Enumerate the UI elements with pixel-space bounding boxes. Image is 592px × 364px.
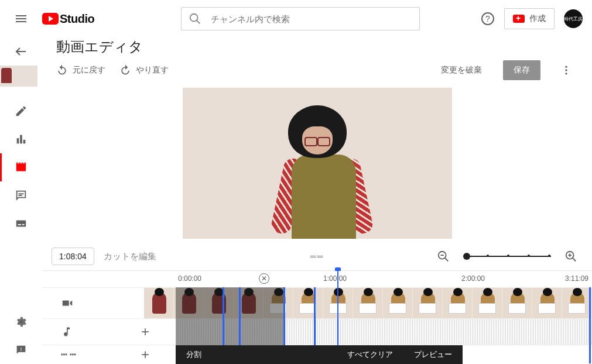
zoom-slider[interactable] [463,256,551,257]
account-avatar[interactable]: 時代工房 [564,9,583,28]
search-box[interactable] [181,7,420,30]
effects-track-header: ┅┅ [42,345,176,363]
add-effect-icon[interactable] [139,349,151,360]
avatar-text: 時代工房 [564,16,583,22]
clear-all-button[interactable]: すべてクリア [337,349,403,360]
studio-logo[interactable]: Studio [42,12,94,26]
undo-label: 元に戻す [73,65,105,75]
svg-rect-9 [19,163,20,164]
discard-button[interactable]: 変更を破棄 [434,60,489,80]
svg-rect-5 [20,135,22,144]
undo-button[interactable]: 元に戻す [56,64,105,76]
brand-text: Studio [60,12,94,26]
zoom-out-icon [437,250,450,263]
svg-rect-7 [16,164,26,171]
zoom-out-button[interactable] [432,245,455,268]
menu-icon [14,12,28,26]
ruler-tick-1h: 1:00:00 [323,274,347,283]
timeline-controls: 1:08:04 カットを編集 ══ [42,242,592,270]
gear-icon [15,315,28,328]
back-arrow-icon [14,44,28,59]
cut-action-bar: 分割 すべてクリア プレビュー [176,345,463,364]
nav-editor[interactable] [0,153,42,181]
svg-rect-4 [17,138,19,143]
nav-subtitles[interactable] [0,210,42,238]
topbar: Studio ? 作成 時代工房 [0,0,592,37]
pencil-icon [15,105,28,118]
svg-rect-8 [16,163,18,164]
clear-cut-button[interactable]: ✕ [259,273,269,284]
svg-rect-10 [22,163,23,164]
svg-rect-11 [25,163,26,164]
svg-point-20 [565,69,567,71]
more-vertical-icon [560,64,572,76]
edit-cut-label[interactable]: カットを編集 [104,251,156,262]
svg-rect-6 [23,140,26,143]
svg-line-1 [197,20,200,24]
create-label: 作成 [529,13,546,24]
search-input[interactable] [211,14,412,24]
time-position-input[interactable]: 1:08:04 [52,248,94,265]
svg-text:?: ? [485,14,490,23]
add-audio-icon[interactable] [139,326,151,338]
help-icon: ? [481,12,495,26]
page-title: 動画エディタ [56,37,578,56]
svg-rect-29 [63,300,69,305]
nav-settings[interactable] [0,308,42,336]
trim-handle-end[interactable] [589,287,591,363]
svg-rect-15 [18,224,22,225]
video-track [42,287,592,318]
split-button[interactable]: 分割 [176,349,212,360]
ruler-tick-start: 0:00:00 [178,274,201,283]
video-track-header [42,288,144,318]
ruler-tick-end: 3:11:09 [565,274,588,283]
more-options-button[interactable] [555,59,578,82]
nav-analytics[interactable] [0,125,42,153]
save-button[interactable]: 保存 [503,60,540,80]
ruler-tick-2h: 2:00:00 [461,274,485,283]
panel-drag-handle[interactable]: ══ [310,252,324,261]
nav-details[interactable] [0,97,42,125]
subtitles-icon [15,217,28,230]
zoom-in-button[interactable] [559,245,583,268]
audio-track-body[interactable] [176,319,592,345]
create-button[interactable]: 作成 [504,8,555,29]
svg-point-21 [565,73,567,74]
video-thumbnail[interactable] [0,66,37,87]
redo-button[interactable]: やり直す [119,64,169,76]
video-track-body[interactable] [144,288,592,318]
svg-rect-14 [16,221,26,227]
video-preview[interactable] [42,84,592,242]
editor-toolbar: 元に戻す やり直す 変更を破棄 保存 [42,56,592,84]
audio-track-header [42,319,176,345]
create-icon [513,15,525,23]
main-content: 動画エディタ 元に戻す やり直す 変更を破棄 保存 [42,37,592,364]
preview-frame [183,88,452,239]
menu-button[interactable] [9,7,33,30]
search-icon [189,12,201,25]
svg-line-24 [445,258,449,262]
youtube-play-icon [42,13,59,25]
redo-icon [119,64,131,76]
back-button[interactable] [9,40,33,63]
feedback-icon: ! [15,344,28,356]
svg-line-28 [573,258,576,262]
camera-icon [61,297,74,310]
editor-icon [15,161,28,174]
nav-comments[interactable] [0,181,42,210]
preview-button[interactable]: プレビュー [403,349,463,360]
svg-point-0 [190,14,198,22]
svg-text:!: ! [20,346,22,352]
comments-icon [15,189,28,202]
music-note-icon [61,326,73,338]
analytics-icon [15,133,28,146]
left-nav: ! [0,37,42,364]
help-button[interactable]: ? [476,7,499,30]
nav-feedback[interactable]: ! [0,336,42,364]
svg-point-19 [565,66,567,68]
audio-track [42,318,592,345]
timeline-ruler[interactable]: 0:00:00 ✕ 1:00:00 2:00:00 3:11:09 [42,271,592,287]
effects-icon: ┅┅ [61,348,78,361]
zoom-in-icon [564,250,577,263]
svg-rect-16 [22,224,25,225]
